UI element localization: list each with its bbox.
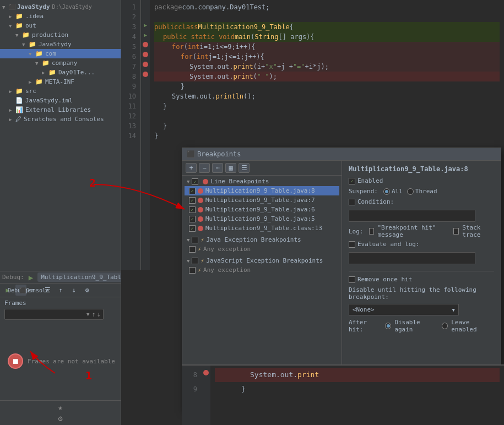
more-bp-btn[interactable]: ⋯	[212, 163, 223, 173]
folder-icon-meta: 📁	[35, 78, 43, 85]
code-line-10: System.out.println();	[154, 91, 500, 101]
menu-btn[interactable]: ☰	[42, 285, 53, 296]
menu-bp-btn[interactable]: ☰	[239, 163, 250, 173]
java-exception-header[interactable]: ▼ ⚡ Java Exception Breakpoints	[185, 235, 339, 244]
tree-item-day01[interactable]: ▶ 📁 Day01Te...	[0, 68, 121, 77]
tree-item-scratches[interactable]: ▶ 🖊 Scratches and Consoles	[0, 115, 121, 124]
leave-enabled-radio[interactable]: Leave enabled	[442, 319, 494, 333]
remove-bp-btn[interactable]: −	[199, 163, 210, 173]
frames-dropdown[interactable]: ▼ ↑ ↓	[4, 309, 104, 320]
js-any-ex-checkbox[interactable]	[189, 267, 196, 274]
code-line-8: System.out.print(" ");	[154, 72, 500, 81]
disable-again-radio[interactable]: Disable again	[385, 319, 437, 333]
folder-icon-com: 📁	[35, 50, 43, 57]
enabled-checkbox[interactable]: ✓	[349, 178, 355, 184]
pin-icon[interactable]: ★	[58, 403, 62, 412]
add-bp-btn[interactable]: +	[186, 163, 197, 173]
gutter-row-6	[141, 50, 150, 59]
none-dropdown[interactable]: <None> ▼	[349, 304, 459, 315]
bp-5-dot	[198, 216, 203, 222]
breakpoint-7[interactable]	[143, 62, 148, 67]
gutter-row-9	[141, 79, 150, 89]
js-any-exception[interactable]: ⚡ Any exception	[185, 265, 339, 275]
condition-checkbox[interactable]: ✓	[349, 199, 355, 205]
bp-item-8[interactable]: Multiplication9_9_Table.java:8	[185, 186, 339, 195]
bp-item-6[interactable]: Multiplication9_9_Table.java:6	[185, 205, 339, 214]
suspend-thread-radio[interactable]: Thread	[407, 188, 437, 195]
evaluate-row: ✓ Evaluate and log:	[349, 241, 494, 248]
bp-7-checkbox[interactable]	[189, 197, 196, 204]
bp-item-7[interactable]: Multiplication9_9_Table.java:7	[185, 195, 339, 205]
remove-once-label-wrap[interactable]: ✓ Remove once hit	[349, 276, 412, 283]
tree-arrow-scratches: ▶	[9, 117, 15, 122]
bp-8-checkbox[interactable]	[189, 188, 196, 194]
debug-icon: ▶	[29, 273, 33, 282]
evaluate-input[interactable]	[349, 252, 475, 264]
code-line-4: public static void main(String[] args){	[154, 32, 500, 42]
stack-trace-checkbox[interactable]: ✓	[453, 228, 459, 235]
run-marker-3: ▶	[144, 22, 147, 28]
settings-icon[interactable]: ⚙	[58, 414, 62, 423]
js-exception-label: JavaScript Exception Breakpoints	[206, 257, 323, 264]
enabled-row: ✓ Enabled	[349, 177, 494, 184]
bp-13-dot	[198, 226, 203, 231]
condition-label-wrap[interactable]: ✓ Condition:	[349, 198, 394, 205]
all-label: All	[392, 188, 403, 195]
gutter-row-2	[141, 10, 150, 20]
tree-arrow-extlibs: ▶	[9, 107, 15, 113]
bp-item-5[interactable]: Multiplication9_9_Table.java:5	[185, 214, 339, 224]
console-tab[interactable]: ⬛ Console	[29, 285, 40, 296]
line-breakpoints-header[interactable]: ▼ Line Breakpoints	[185, 177, 339, 186]
code-line-6: for(int j=1;j<=i;j++){	[154, 52, 500, 62]
tree-item-out[interactable]: ▼ 📁 out	[0, 21, 121, 30]
tree-item-meta[interactable]: ▶ 📁 META-INF	[0, 77, 121, 86]
up-arrow-icon[interactable]: ↑	[92, 310, 96, 318]
bp-hit-checkbox[interactable]: ✓	[369, 228, 375, 235]
java-any-ex-checkbox[interactable]	[189, 246, 196, 253]
leave-enabled-circle	[442, 323, 448, 329]
down-btn[interactable]: ↓	[68, 285, 79, 296]
tree-item-company[interactable]: ▼ 📁 company	[0, 58, 121, 68]
tree-item-iml[interactable]: ▶ 📄 JavaStydy.iml	[0, 96, 121, 105]
suspend-all-radio[interactable]: All	[383, 188, 403, 195]
line-numbers: 1 2 3 4 5 6 7 8 9 10 11 12 13 14	[121, 0, 141, 270]
tree-item-com[interactable]: ▼ 📁 com	[0, 49, 121, 58]
breakpoints-list: + − ⋯ ▦ ☰ ▼ Line Breakpoints Multiplicat…	[182, 161, 342, 392]
stop-icon: ⏹	[12, 357, 19, 366]
tree-item-src[interactable]: ▶ 📁 src	[0, 86, 121, 96]
breakpoint-5[interactable]	[143, 42, 148, 47]
tree-item-extlibs[interactable]: ▶ 📊 External Libraries	[0, 105, 121, 115]
java-any-exception[interactable]: ⚡ Any exception	[185, 244, 339, 254]
settings-btn[interactable]: ⚙	[82, 285, 93, 296]
tree-item-javastydy2[interactable]: ▼ 📁 JavaStydy	[0, 40, 121, 49]
tree-item-javastydy[interactable]: ▼ ⬛ JavaStydy D:\JavaStydy	[0, 2, 121, 12]
red-circle-btn[interactable]: ⏹	[8, 353, 23, 369]
tree-arrow-day01: ▶	[42, 70, 48, 75]
js-exception-header[interactable]: ▼ ⚡ JavaScript Exception Breakpoints	[185, 256, 339, 265]
tree-arrow-js2: ▼	[22, 42, 29, 47]
bp-6-checkbox[interactable]	[189, 206, 196, 213]
up-btn[interactable]: ↑	[55, 285, 66, 296]
enabled-label[interactable]: ✓ Enabled	[349, 177, 383, 184]
tree-item-idea[interactable]: ▶ 📁 .idea	[0, 12, 121, 21]
line-bp-checkbox[interactable]	[192, 178, 198, 185]
debug-tab-name[interactable]: Multiplication9_9_Table	[37, 273, 128, 282]
condition-input[interactable]	[349, 210, 475, 222]
suspend-radio-group: All Thread	[383, 188, 437, 195]
breakpoint-8[interactable]	[143, 72, 148, 77]
breakpoint-6[interactable]	[143, 52, 148, 57]
bp-5-checkbox[interactable]	[189, 216, 196, 222]
bp-13-checkbox[interactable]	[189, 225, 196, 232]
js-ex-checkbox[interactable]	[192, 258, 198, 264]
tree-item-production[interactable]: ▼ 📁 production	[0, 30, 121, 40]
filter-bp-btn[interactable]: ▦	[225, 163, 236, 173]
evaluate-checkbox[interactable]: ✓	[349, 241, 355, 248]
down-arrow-icon[interactable]: ↓	[97, 310, 101, 318]
remove-once-checkbox[interactable]: ✓	[349, 276, 355, 283]
file-icon-iml: 📄	[15, 97, 23, 104]
tree-item-label-idea: .idea	[25, 13, 44, 20]
java-ex-checkbox[interactable]	[192, 237, 198, 243]
bp-item-13[interactable]: Multiplication9_9_Table.class:13	[185, 224, 339, 233]
console-icon: ⬛	[19, 287, 26, 293]
evaluate-label-wrap[interactable]: ✓ Evaluate and log:	[349, 241, 420, 248]
